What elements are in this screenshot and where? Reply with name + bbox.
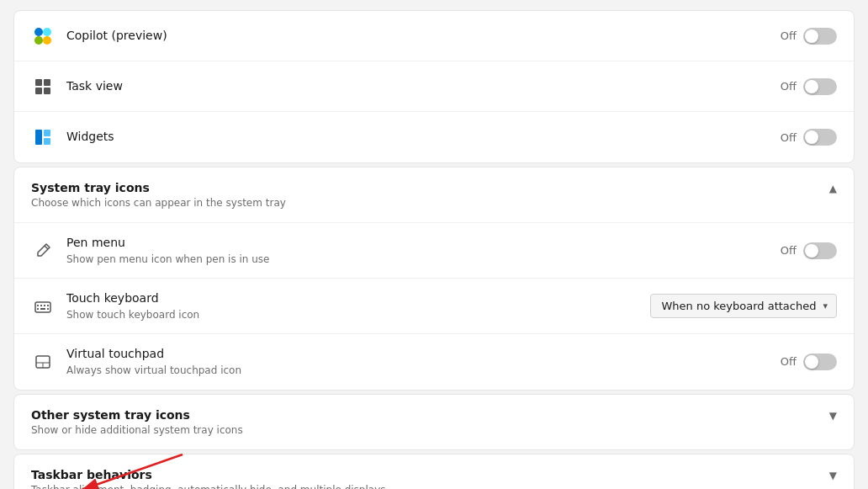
taskview-control: Off	[781, 78, 837, 95]
pen-menu-title: Pen menu	[66, 235, 781, 252]
svg-rect-12	[37, 305, 39, 306]
copilot-toggle[interactable]	[803, 28, 837, 45]
pen-icon	[31, 239, 55, 263]
system-tray-subtitle: Choose which icons can appear in the sys…	[31, 197, 286, 209]
taskbar-behaviors-title: Taskbar behaviors	[31, 468, 386, 481]
touch-keyboard-dropdown[interactable]: When no keyboard attached ▾	[650, 294, 837, 318]
widgets-item: Widgets Off	[14, 112, 854, 162]
pen-menu-control: Off	[781, 242, 837, 259]
other-tray-section: Other system tray icons Show or hide add…	[13, 394, 855, 450]
widgets-toggle[interactable]	[803, 129, 837, 146]
taskview-title: Task view	[66, 78, 781, 95]
svg-rect-9	[44, 130, 50, 136]
other-tray-chevron: ▼	[829, 410, 837, 422]
widgets-title: Widgets	[66, 129, 781, 146]
svg-rect-7	[44, 88, 50, 94]
touch-keyboard-control: When no keyboard attached ▾	[650, 294, 837, 318]
widgets-text: Widgets	[66, 129, 781, 146]
system-tray-chevron: ▲	[829, 183, 837, 194]
taskview-item: Task view Off	[14, 61, 854, 112]
system-tray-header[interactable]: System tray icons Choose which icons can…	[14, 167, 854, 223]
svg-rect-18	[47, 308, 49, 310]
svg-rect-11	[35, 302, 50, 312]
pen-menu-text: Pen menu Show pen menu icon when pen is …	[66, 235, 781, 266]
svg-point-3	[43, 36, 51, 45]
copilot-title: Copilot (preview)	[66, 28, 781, 45]
taskview-toggle[interactable]	[803, 78, 837, 95]
copilot-control: Off	[781, 28, 837, 45]
svg-rect-6	[35, 88, 42, 94]
taskbar-behaviors-header[interactable]: Taskbar behaviors Taskbar alignment, bad…	[14, 454, 854, 489]
widgets-icon	[31, 125, 55, 149]
svg-rect-17	[40, 308, 45, 310]
other-tray-header[interactable]: Other system tray icons Show or hide add…	[14, 395, 854, 449]
touch-keyboard-dropdown-value: When no keyboard attached	[661, 300, 816, 312]
top-items-section: Copilot (preview) Off	[13, 10, 855, 163]
svg-rect-10	[44, 138, 50, 145]
system-tray-section: System tray icons Choose which icons can…	[13, 167, 855, 391]
copilot-text: Copilot (preview)	[66, 28, 781, 45]
virtual-touchpad-icon	[31, 350, 55, 374]
other-tray-title: Other system tray icons	[31, 408, 243, 422]
taskview-toggle-label: Off	[781, 80, 797, 93]
copilot-item: Copilot (preview) Off	[14, 11, 854, 61]
svg-rect-4	[35, 79, 42, 86]
svg-rect-8	[35, 130, 42, 145]
touch-keyboard-text: Touch keyboard Show touch keyboard icon	[66, 290, 650, 322]
copilot-toggle-label: Off	[781, 29, 797, 42]
virtual-touchpad-subtitle: Always show virtual touchpad icon	[66, 364, 781, 378]
virtual-touchpad-control: Off	[781, 353, 837, 370]
other-tray-subtitle: Show or hide additional system tray icon…	[31, 424, 243, 436]
virtual-touchpad-title: Virtual touchpad	[66, 346, 781, 363]
widgets-control: Off	[781, 129, 837, 146]
svg-rect-16	[37, 308, 39, 310]
svg-rect-14	[44, 305, 45, 306]
taskview-text: Task view	[66, 78, 781, 95]
virtual-touchpad-item: Virtual touchpad Always show virtual tou…	[14, 334, 854, 389]
touch-keyboard-title: Touch keyboard	[66, 290, 650, 307]
touch-keyboard-subtitle: Show touch keyboard icon	[66, 309, 650, 322]
settings-panel: Copilot (preview) Off	[0, 0, 868, 489]
pen-menu-toggle-label: Off	[781, 244, 797, 257]
svg-point-0	[34, 28, 43, 36]
taskview-icon	[31, 75, 55, 98]
copilot-icon	[31, 24, 55, 48]
virtual-touchpad-toggle[interactable]	[803, 353, 837, 370]
pen-menu-toggle[interactable]	[803, 242, 837, 259]
svg-point-2	[34, 36, 43, 45]
pen-menu-subtitle: Show pen menu icon when pen is in use	[66, 253, 781, 267]
widgets-toggle-label: Off	[781, 131, 797, 144]
touch-keyboard-item: Touch keyboard Show touch keyboard icon …	[14, 279, 854, 334]
svg-rect-13	[40, 305, 42, 306]
virtual-touchpad-text: Virtual touchpad Always show virtual tou…	[66, 346, 781, 377]
svg-rect-5	[44, 79, 50, 86]
virtual-touchpad-toggle-label: Off	[781, 355, 797, 368]
system-tray-title: System tray icons	[31, 181, 286, 194]
taskbar-behaviors-chevron: ▼	[829, 470, 837, 481]
taskbar-behaviors-subtitle: Taskbar alignment, badging, automaticall…	[31, 484, 386, 489]
taskbar-behaviors-section: Taskbar behaviors Taskbar alignment, bad…	[13, 454, 855, 489]
pen-menu-item: Pen menu Show pen menu icon when pen is …	[14, 223, 854, 279]
svg-rect-15	[47, 305, 49, 306]
svg-point-1	[43, 28, 51, 36]
touch-keyboard-icon	[31, 295, 55, 318]
touch-keyboard-chevron-down-icon: ▾	[823, 300, 828, 311]
